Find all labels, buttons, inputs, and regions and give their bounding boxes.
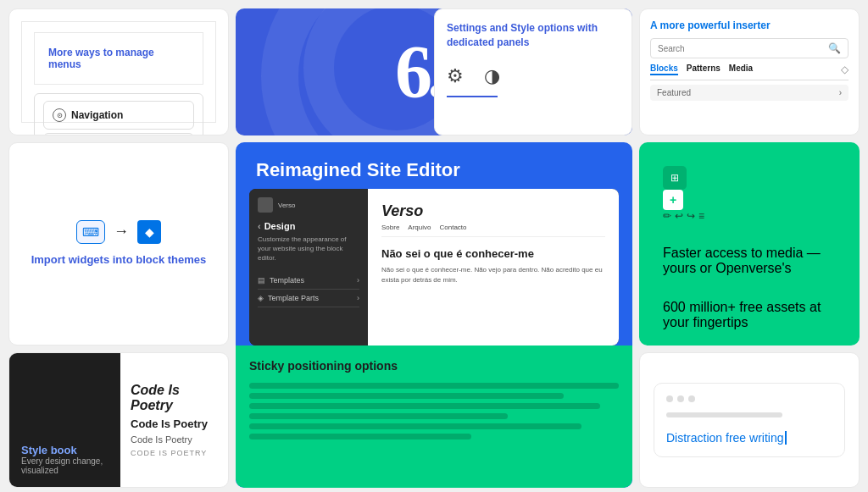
- sidebar-desc: Customize the appearance of your website…: [258, 235, 359, 263]
- media-action-icons: ✏ ↩ ↪ ≡: [663, 210, 836, 222]
- tab-media[interactable]: Media: [729, 64, 753, 75]
- settings-icons-row: ⚙ ◑: [447, 60, 620, 92]
- poetry-line-1: Code Is Poetry: [131, 383, 218, 413]
- nav-desc: A collection of blocks that allow visito…: [43, 133, 194, 135]
- card-menus: More ways to manage menus ⊙ Navigation A…: [8, 8, 229, 135]
- writing-placeholder-line: [666, 412, 782, 417]
- card-inserter: A more powerful inserter 🔍 Blocks Patter…: [639, 8, 860, 135]
- tab-icon: ◇: [841, 64, 849, 75]
- poetry-line-3: Code Is Poetry: [131, 434, 218, 445]
- content-body: Não sei o que é conhecer-me. Não vejo pa…: [381, 265, 605, 285]
- inserter-title: A more powerful inserter: [650, 19, 849, 31]
- inserter-featured[interactable]: Featured ›: [650, 85, 849, 101]
- editor-content: Verso Sobre Arquivo Contacto Não sei o q…: [368, 189, 619, 346]
- templates-icon: ▤: [258, 276, 265, 285]
- more-icon[interactable]: ≡: [698, 210, 704, 222]
- stylebook-right-panel: Code Is Poetry Code Is Poetry Code Is Po…: [120, 353, 228, 487]
- sidebar-item-template-parts[interactable]: ◈ Template Parts ›: [258, 290, 359, 307]
- nav-sobre: Sobre: [381, 224, 399, 231]
- templates-label: Templates: [270, 276, 304, 285]
- sidebar-app-title: Verso: [278, 202, 295, 209]
- template-parts-icon: ◈: [258, 294, 264, 302]
- sticky-line-3: [249, 403, 600, 409]
- writing-dots: [666, 395, 832, 402]
- sticky-line-4: [249, 413, 508, 419]
- stylebook-left-panel: Style book Every design change, visualiz…: [9, 353, 120, 487]
- widgets-icons-row: ⌨ → ◆: [76, 220, 161, 244]
- featured-chevron-icon: ›: [839, 88, 842, 97]
- writing-text: Distraction free writing: [666, 431, 832, 445]
- sticky-line-5: [249, 423, 581, 429]
- nav-contacto: Contacto: [439, 224, 466, 231]
- sidebar-item-templates[interactable]: ▤ Templates ›: [258, 272, 359, 290]
- sticky-positioning-panel: Sticky positioning options: [236, 346, 632, 488]
- gear-icon: ⚙: [447, 65, 464, 87]
- grid-icon: ⊞: [663, 166, 687, 190]
- media-toolbar: ⊞ + ✏ ↩ ↪ ≡: [651, 154, 848, 234]
- sticky-line-1: [249, 383, 619, 389]
- writing-cursor: [785, 431, 787, 445]
- nav-icon: ⊙: [53, 108, 66, 122]
- media-subtitle: 600 million+ free assets at your fingert…: [651, 288, 848, 342]
- nav-block: ⊙ Navigation A collection of blocks that…: [34, 93, 203, 135]
- templates-chevron-icon: ›: [357, 276, 359, 285]
- settings-underline: [447, 96, 498, 97]
- dot-2: [677, 395, 684, 402]
- search-input[interactable]: [658, 44, 828, 53]
- tab-patterns[interactable]: Patterns: [687, 64, 721, 75]
- plus-icon[interactable]: +: [663, 190, 683, 210]
- card-settings: Settings and Style options with dedicate…: [434, 8, 632, 135]
- search-icon: 🔍: [828, 42, 841, 54]
- dot-3: [688, 395, 695, 402]
- content-nav: Sobre Arquivo Contacto: [381, 224, 605, 237]
- redo-icon[interactable]: ↪: [687, 210, 695, 222]
- sticky-title: Sticky positioning options: [249, 359, 619, 373]
- widget-block-icon: ◆: [137, 220, 161, 244]
- template-parts-chevron-icon: ›: [357, 294, 359, 302]
- stylebook-desc: Every design change, visualized: [21, 456, 108, 475]
- inserter-search-box[interactable]: 🔍: [650, 38, 849, 58]
- card-stylebook: Style book Every design change, visualiz…: [8, 352, 229, 488]
- stylebook-title: Style book: [21, 444, 108, 456]
- card-widgets: ⌨ → ◆ Import widgets into block themes: [8, 142, 229, 346]
- version-six: 6: [395, 30, 427, 113]
- pencil-icon: ✏: [663, 210, 671, 222]
- writing-text-content: Distraction free writing: [666, 431, 784, 445]
- editor-title: Reimagined Site Editor: [256, 159, 460, 181]
- tab-blocks[interactable]: Blocks: [650, 64, 678, 75]
- writing-inner-card: Distraction free writing: [654, 383, 845, 457]
- template-parts-label: Template Parts: [268, 294, 319, 302]
- widgets-title: Import widgets into block themes: [31, 252, 207, 268]
- sticky-line-2: [249, 393, 564, 399]
- dot-1: [666, 395, 673, 402]
- card-editor: Reimagined Site Editor Sticky positionin…: [236, 142, 632, 488]
- arrow-icon: →: [114, 223, 129, 240]
- inserter-tabs: Blocks Patterns Media ◇: [650, 64, 849, 80]
- settings-title: Settings and Style options with dedicate…: [447, 21, 620, 50]
- menus-title: More ways to manage menus: [34, 32, 203, 85]
- sidebar-logo: [258, 197, 273, 213]
- widget-keyboard-icon: ⌨: [76, 220, 105, 244]
- poetry-line-2: Code Is Poetry: [131, 417, 218, 430]
- nav-label-text: Navigation: [71, 109, 123, 121]
- poetry-line-4: CODE IS POETRY: [131, 449, 218, 457]
- sidebar-section-label: Design: [264, 221, 296, 231]
- featured-label: Featured: [657, 88, 691, 97]
- editor-sidebar: Verso ‹ Design Customize the appearance …: [249, 189, 368, 346]
- sticky-lines-container: [249, 383, 619, 439]
- half-circle-icon: ◑: [484, 65, 500, 87]
- sidebar-header: Verso: [258, 197, 359, 213]
- media-title: Faster access to media — yours or Openve…: [651, 234, 848, 288]
- sticky-line-6: [249, 434, 471, 439]
- nav-arquivo: Arquivo: [408, 224, 431, 231]
- sidebar-chevron-icon: ‹: [258, 221, 261, 231]
- card-media: ⊞ + ✏ ↩ ↪ ≡ Faster access to media — you…: [639, 142, 860, 346]
- card-writing: Distraction free writing: [639, 352, 860, 488]
- content-logo: Verso: [381, 202, 605, 220]
- sidebar-section: ‹ Design: [258, 221, 359, 231]
- editor-inner-panel: Verso ‹ Design Customize the appearance …: [249, 189, 619, 346]
- undo-icon[interactable]: ↩: [675, 210, 683, 222]
- content-heading: Não sei o que é conhecer-me: [381, 247, 605, 260]
